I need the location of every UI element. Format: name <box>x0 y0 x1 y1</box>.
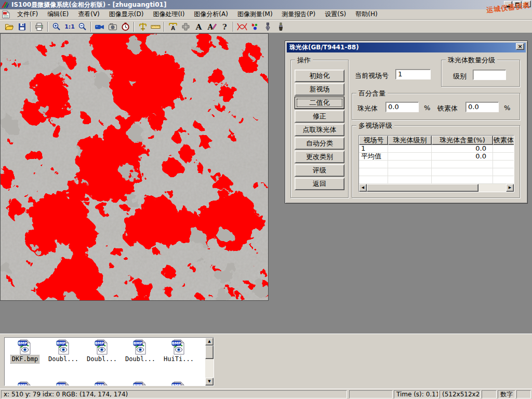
zoom-in-button[interactable] <box>50 21 63 32</box>
zoom-out-button[interactable] <box>76 21 89 32</box>
dialog-close-icon[interactable]: × <box>516 43 524 50</box>
menu-image-measure[interactable]: 图像测量(M) <box>233 9 277 19</box>
micro-image[interactable] <box>0 33 269 301</box>
multi-field-table[interactable]: 视场号 珠光体级别 珠光体含量(%) 铁素体含量(%) 1 0.0 平均值 0.… <box>358 135 514 192</box>
header-pearlite-content[interactable]: 珠光体含量(%) <box>432 136 493 145</box>
grade-input[interactable] <box>473 70 506 80</box>
file-item[interactable]: BMP HuiTi... <box>159 339 198 363</box>
header-pearlite-grade[interactable]: 珠光体级别 <box>388 136 432 145</box>
file-item[interactable]: BMP <box>6 381 44 386</box>
pearlite-percent-input[interactable]: 0.0 <box>385 102 419 112</box>
cell <box>359 176 388 183</box>
menu-edit[interactable]: 编辑(E) <box>43 9 73 19</box>
annotate-a-pencil-icon: A <box>207 22 217 31</box>
init-button[interactable]: 初始化 <box>295 70 344 82</box>
table-hscrollbar[interactable]: ◀ ▶ <box>359 184 514 192</box>
brush-button[interactable] <box>274 21 287 32</box>
table-row[interactable] <box>359 161 514 168</box>
grade-field-label: 级别 <box>453 72 467 81</box>
cell <box>493 176 514 183</box>
scroll-down-icon[interactable]: ▼ <box>205 378 214 385</box>
file-name[interactable]: HuiTi... <box>163 355 195 363</box>
bmp-file-icon: BMP <box>133 381 148 386</box>
file-item[interactable]: BMP <box>121 381 159 386</box>
caliper-button[interactable] <box>136 21 149 32</box>
percent-group-label: 百分含量 <box>356 89 388 97</box>
multi-field-group-label: 多视场评级 <box>356 122 394 129</box>
file-item[interactable]: BMP <box>159 381 198 386</box>
rate-button[interactable]: 评级 <box>295 164 344 177</box>
table-row[interactable]: 平均值 0.0 <box>359 153 514 161</box>
table-row[interactable]: 1 0.0 <box>359 145 514 153</box>
toolbar: 1:1 A A A ? <box>0 20 532 33</box>
open-button[interactable] <box>3 21 16 32</box>
menu-settings[interactable]: 设置(S) <box>320 9 351 19</box>
file-item[interactable]: BMP Doubl... <box>44 339 83 363</box>
header-ferrite-content[interactable]: 铁素体含量(%) <box>493 136 514 145</box>
menu-file[interactable]: 文件(F) <box>12 9 43 19</box>
bmp-file-icon: BMP <box>18 339 32 355</box>
file-listbox[interactable]: BMP DKF.bmp BMP Doubl... BMP Doubl... BM… <box>4 337 214 386</box>
pick-pearlite-button[interactable]: 点取珠光体 <box>295 124 344 136</box>
hscroll-thumb[interactable] <box>367 184 478 192</box>
particles-button[interactable] <box>248 21 261 32</box>
document-icon[interactable] <box>2 10 10 19</box>
save-button[interactable] <box>16 21 29 32</box>
change-class-button[interactable]: 更改类别 <box>295 151 344 163</box>
menu-view[interactable]: 查看(V) <box>73 9 104 19</box>
file-name[interactable]: Doubl... <box>47 355 79 363</box>
menu-image-analysis[interactable]: 图像分析(A) <box>189 9 233 19</box>
help-button[interactable]: ? <box>218 21 231 32</box>
auto-classify-button[interactable]: 自动分类 <box>295 137 344 150</box>
scroll-left-icon[interactable]: ◀ <box>359 184 367 192</box>
cell <box>432 176 493 183</box>
file-item[interactable]: BMP DKF.bmp <box>6 339 44 363</box>
file-item[interactable]: BMP Doubl... <box>83 339 121 363</box>
print-button[interactable] <box>33 21 46 32</box>
file-item[interactable]: BMP Doubl... <box>121 339 159 363</box>
cell-ferrite-content <box>493 153 514 160</box>
header-field-no[interactable]: 视场号 <box>359 136 388 145</box>
capture-camera-button[interactable] <box>106 21 119 32</box>
grid-move-button[interactable] <box>179 21 192 32</box>
file-name[interactable]: DKF.bmp <box>11 355 39 363</box>
hscroll-track[interactable] <box>478 184 506 192</box>
annotate-button[interactable]: A <box>205 21 218 32</box>
scroll-up-icon[interactable]: ▲ <box>205 338 214 345</box>
file-name[interactable]: Doubl... <box>124 355 156 363</box>
zoom-in-icon <box>52 22 61 31</box>
scroll-right-icon[interactable]: ▶ <box>506 184 514 192</box>
actual-size-button[interactable]: 1:1 <box>63 21 76 32</box>
dialog-title-bar[interactable]: 珠光体(GB/T9441-88) × <box>287 43 526 52</box>
menu-image-display[interactable]: 图像显示(D) <box>104 9 149 19</box>
menu-measure-report[interactable]: 测量报告(P) <box>277 9 321 19</box>
table-row[interactable] <box>359 168 514 176</box>
svg-text:BMP: BMP <box>18 341 27 345</box>
new-field-button[interactable]: 新视场 <box>295 83 344 96</box>
binarize-button[interactable]: 二值化 <box>295 97 344 109</box>
file-item[interactable]: BMP <box>44 381 83 386</box>
table-row[interactable] <box>359 176 514 184</box>
file-item[interactable]: BMP <box>83 381 121 386</box>
svg-text:BMP: BMP <box>95 383 104 386</box>
menu-image-processing[interactable]: 图像处理(I) <box>148 9 189 19</box>
menu-help[interactable]: 帮助(H) <box>351 9 382 19</box>
file-vscrollbar[interactable]: ▲ ▼ <box>205 338 214 385</box>
percent-group: 百分含量 珠光体 0.0 % 铁素体 0.0 % <box>352 93 520 120</box>
ferrite-percent-input[interactable]: 0.0 <box>466 102 499 112</box>
toolbar-separator <box>134 22 135 32</box>
file-name[interactable]: Doubl... <box>86 355 118 363</box>
timer-button[interactable] <box>119 21 132 32</box>
pen-button[interactable] <box>261 21 274 32</box>
correct-button[interactable]: 修正 <box>295 110 344 123</box>
curve-tool-button[interactable] <box>235 21 248 32</box>
current-field-input[interactable]: 1 <box>395 69 431 79</box>
app-logo-icon <box>1 1 9 8</box>
ruler-button[interactable] <box>149 21 162 32</box>
measure-text-button[interactable]: A <box>166 21 179 32</box>
grade-group-label: 珠光体数量分级 <box>446 56 497 64</box>
vscroll-thumb[interactable] <box>205 345 214 359</box>
text-button[interactable]: A <box>192 21 205 32</box>
video-camera-button[interactable] <box>93 21 106 32</box>
return-button[interactable]: 返回 <box>295 178 344 190</box>
